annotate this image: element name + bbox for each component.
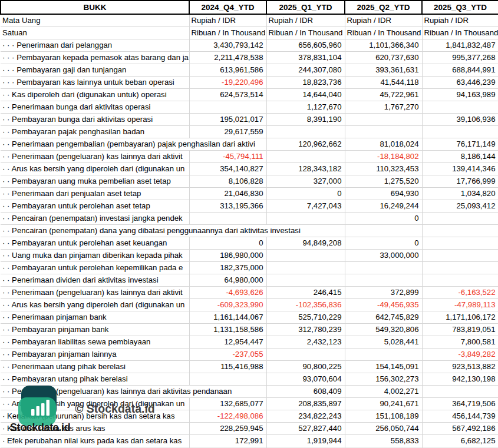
value-cell[interactable]: 1,767,270 xyxy=(345,101,422,114)
value-cell[interactable]: 76,171,149 xyxy=(422,138,498,151)
value-cell[interactable]: 63,446,239 xyxy=(422,77,498,89)
value-cell[interactable]: 1,131,158,586 xyxy=(189,324,266,336)
value-cell[interactable]: 39,106,936 xyxy=(422,114,498,126)
value-cell[interactable]: 29,617,559 xyxy=(189,126,266,138)
row-label-cell[interactable]: · · Pembayaran liabilitas sewa pembiayaa… xyxy=(1,336,189,349)
corner-header-cell[interactable]: BUKK xyxy=(1,1,189,14)
value-cell[interactable]: 688,844,991 xyxy=(422,64,498,77)
value-cell[interactable]: Ribuan / In Thousand xyxy=(266,27,345,39)
value-cell[interactable]: 527,827,440 xyxy=(266,423,345,435)
value-cell[interactable]: 0 xyxy=(189,237,266,250)
value-cell[interactable]: 120,962,662 xyxy=(266,138,345,151)
value-cell[interactable]: 94,163,989 xyxy=(422,89,498,101)
value-cell[interactable]: 41,544,118 xyxy=(345,77,422,89)
value-cell[interactable]: 0 xyxy=(345,237,422,250)
row-label-cell[interactable]: · · Uang muka dan pinjaman diberikan kep… xyxy=(1,250,189,262)
value-cell[interactable]: 1,841,832,487 xyxy=(422,39,498,52)
value-cell[interactable]: 1,127,670 xyxy=(266,101,345,114)
value-cell[interactable]: 14,644,040 xyxy=(266,89,345,101)
row-label-cell[interactable]: · Kenaikan (penurunan) bersih kas dan se… xyxy=(1,410,189,423)
column-header-cell[interactable]: 2024_Q4_YTD xyxy=(189,1,266,14)
row-label-cell[interactable]: · · Arus kas bersih yang diperoleh dari … xyxy=(1,299,189,311)
value-cell[interactable]: -102,356,836 xyxy=(266,299,345,311)
value-cell[interactable]: 3,430,793,142 xyxy=(189,39,266,52)
row-label-cell[interactable]: · · Penerimaan dividen dari aktivitas in… xyxy=(1,274,189,287)
row-label-cell[interactable]: Satuan xyxy=(1,27,189,39)
row-label-cell[interactable]: · · Penerimaan (pengeluaran) kas lainnya… xyxy=(1,287,189,299)
value-cell[interactable] xyxy=(345,114,422,126)
value-cell[interactable]: 18,823,736 xyxy=(266,77,345,89)
value-cell[interactable]: 923,513,882 xyxy=(422,361,498,373)
value-cell[interactable]: 90,241,671 xyxy=(345,398,422,410)
row-label-cell[interactable]: · · Arus kas bersih yang diperoleh dari … xyxy=(1,398,189,410)
value-cell[interactable]: 6,682,125 xyxy=(422,435,498,447)
value-cell[interactable]: 372,899 xyxy=(345,287,422,299)
value-cell[interactable]: 12,954,447 xyxy=(189,336,266,349)
value-cell[interactable] xyxy=(266,126,345,138)
row-label-cell[interactable]: · Efek perubahan nilai kurs pada kas dan… xyxy=(1,435,189,447)
value-cell[interactable] xyxy=(422,250,498,262)
row-label-cell[interactable]: · · Pencairan (penempatan) dana yang dib… xyxy=(1,225,345,237)
value-cell[interactable]: 8,106,828 xyxy=(189,175,266,188)
value-cell[interactable]: 0 xyxy=(266,188,345,200)
value-cell[interactable] xyxy=(345,349,422,361)
value-cell[interactable]: 172,991 xyxy=(189,435,266,447)
value-cell[interactable]: 17,766,999 xyxy=(422,175,498,188)
row-label-cell[interactable]: · · Penerimaan pengembalian (pembayaran)… xyxy=(1,138,266,151)
value-cell[interactable]: Rupiah / IDR xyxy=(422,14,498,27)
value-cell[interactable]: -609,323,990 xyxy=(189,299,266,311)
value-cell[interactable]: 244,307,080 xyxy=(266,64,345,77)
row-label-cell[interactable]: · · Penerimaan bunga dari aktivitas oper… xyxy=(1,101,189,114)
value-cell[interactable] xyxy=(189,213,266,225)
value-cell[interactable] xyxy=(422,126,498,138)
row-label-cell[interactable]: · · Pencairan (penempatan) investasi jan… xyxy=(1,213,189,225)
value-cell[interactable]: 620,737,630 xyxy=(345,52,422,64)
value-cell[interactable] xyxy=(422,237,498,250)
value-cell[interactable]: 208,835,897 xyxy=(266,398,345,410)
value-cell[interactable]: 942,130,198 xyxy=(422,373,498,386)
value-cell[interactable]: -49,456,935 xyxy=(345,299,422,311)
value-cell[interactable]: 1,275,520 xyxy=(345,175,422,188)
value-cell[interactable]: -3,849,282 xyxy=(422,349,498,361)
value-cell[interactable]: 1,919,944 xyxy=(266,435,345,447)
value-cell[interactable]: 525,710,229 xyxy=(266,311,345,324)
value-cell[interactable]: 567,492,186 xyxy=(422,423,498,435)
value-cell[interactable]: 312,780,239 xyxy=(266,324,345,336)
value-cell[interactable]: 624,573,514 xyxy=(189,89,266,101)
value-cell[interactable] xyxy=(266,250,345,262)
value-cell[interactable]: -47,989,113 xyxy=(422,299,498,311)
value-cell[interactable]: 354,140,827 xyxy=(189,163,266,175)
value-cell[interactable]: 234,822,243 xyxy=(266,410,345,423)
value-cell[interactable]: 2,432,123 xyxy=(266,336,345,349)
value-cell[interactable]: 256,050,744 xyxy=(345,423,422,435)
value-cell[interactable] xyxy=(266,274,345,287)
row-label-cell[interactable]: · · · Penerimaan dari pelanggan xyxy=(1,39,189,52)
value-cell[interactable]: 549,320,806 xyxy=(345,324,422,336)
value-cell[interactable]: 313,195,366 xyxy=(189,200,266,213)
value-cell[interactable]: Rupiah / IDR xyxy=(345,14,422,27)
row-label-cell[interactable]: · · Pembayaran uang muka pembelian aset … xyxy=(1,175,189,188)
value-cell[interactable]: 45,722,961 xyxy=(345,89,422,101)
row-label-cell[interactable]: · · Pembayaran utang pihak berelasi xyxy=(1,373,189,386)
value-cell[interactable] xyxy=(266,151,345,163)
value-cell[interactable] xyxy=(422,262,498,274)
row-label-cell[interactable]: · · Penerimaan utang pihak berelasi xyxy=(1,361,189,373)
column-header-cell[interactable]: 2025_Q1_YTD xyxy=(266,1,345,14)
value-cell[interactable] xyxy=(422,386,498,398)
value-cell[interactable] xyxy=(422,274,498,287)
value-cell[interactable] xyxy=(266,349,345,361)
value-cell[interactable]: -18,184,802 xyxy=(345,151,422,163)
value-cell[interactable]: -19,220,496 xyxy=(189,77,266,89)
value-cell[interactable]: 4,002,271 xyxy=(345,386,422,398)
value-cell[interactable] xyxy=(345,225,422,237)
value-cell[interactable]: 1,101,366,340 xyxy=(345,39,422,52)
row-label-cell[interactable]: · · Pembayaran pinjaman lainnya xyxy=(1,349,189,361)
value-cell[interactable]: 7,800,581 xyxy=(422,336,498,349)
value-cell[interactable]: -4,693,626 xyxy=(189,287,266,299)
value-cell[interactable]: 8,186,144 xyxy=(422,151,498,163)
row-label-cell[interactable]: · · · Pembayaran gaji dan tunjangan xyxy=(1,64,189,77)
row-label-cell[interactable]: · · Pembayaran untuk perolehan kepemilik… xyxy=(1,262,189,274)
value-cell[interactable] xyxy=(266,262,345,274)
value-cell[interactable]: 558,833 xyxy=(345,435,422,447)
value-cell[interactable]: 7,427,043 xyxy=(266,200,345,213)
